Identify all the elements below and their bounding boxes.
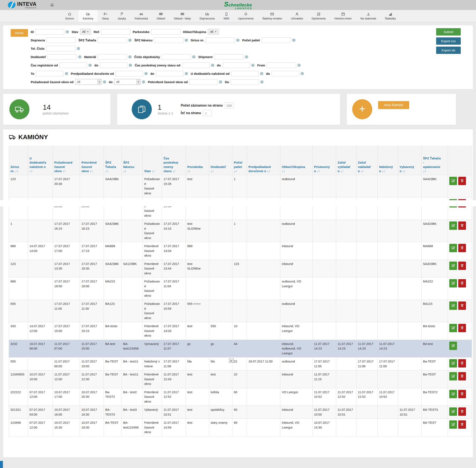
cislo-objednavky-input[interactable] — [162, 54, 191, 60]
clear-icon[interactable] — [129, 63, 132, 67]
column-header-nalozeny[interactable]: Naložený o ↓↑ — [378, 146, 398, 175]
nav-item-kamiony[interactable]: Kamióny — [78, 10, 98, 22]
column-header-poznamka[interactable]: Poznámka ↓↑ — [186, 146, 209, 175]
do-input[interactable] — [222, 62, 250, 68]
clear-icon[interactable] — [300, 72, 304, 75]
delete-button[interactable] — [458, 420, 466, 429]
edit-button[interactable] — [449, 221, 457, 230]
column-header-predpokladane[interactable]: Predpokladané doručenie o ↓↑ — [247, 146, 280, 175]
delete-button[interactable] — [458, 262, 466, 270]
pocet-paliet-input[interactable] — [262, 37, 291, 43]
nav-item-oblasti[interactable]: Oblasti — [152, 10, 169, 22]
edit-button[interactable] — [449, 262, 457, 270]
clear-icon[interactable] — [77, 47, 80, 50]
new-truck-button[interactable]: nový Kamión — [378, 101, 409, 109]
column-header-u[interactable]: U dodávateľa naložené o ↓↑ — [28, 146, 53, 175]
nav-item-jazyky[interactable]: Jazyky — [113, 10, 130, 22]
from-input[interactable] — [267, 62, 296, 68]
rec-input[interactable] — [101, 29, 130, 35]
dopravca-input[interactable] — [47, 37, 76, 43]
edit-button[interactable] — [449, 177, 457, 185]
edit-button[interactable] — [449, 420, 457, 429]
pozadovane-casove-okno-od-select[interactable]: All▼ — [75, 79, 101, 85]
column-header-vybaveny[interactable]: Vybavený o ↓↑ — [398, 146, 421, 175]
clear-icon[interactable] — [292, 38, 296, 42]
delete-button[interactable] — [458, 324, 466, 332]
delete-button[interactable] — [458, 199, 466, 207]
column-header-cas[interactable]: Čas poslednej zmeny stavu ↓↑ — [162, 146, 186, 175]
goto-page-input[interactable]: 1 — [203, 110, 212, 116]
column-header-oblast-skupina[interactable]: Oblasť/Skupina ↓↑ — [280, 146, 312, 175]
delete-button[interactable] — [458, 244, 466, 252]
export-csv-button[interactable]: Export csv — [436, 37, 461, 45]
nav-item-domov[interactable]: Domov — [61, 10, 78, 22]
per-page-input[interactable]: 200 — [225, 102, 234, 109]
clear-icon[interactable] — [66, 30, 69, 34]
sirius-nr-input[interactable] — [206, 37, 235, 43]
column-header-spz[interactable]: ŠPZ Návesu ↓↑ — [122, 146, 143, 175]
delete-button[interactable] — [458, 359, 466, 367]
column-header-spz-tahaca[interactable]: ŠPZ Ťahača - opakovanie ↓↑ — [421, 146, 448, 175]
nav-item-sablony-emailov[interactable]: Šablóny emailov — [258, 10, 286, 22]
nav-item-dopravcovia[interactable]: Dopravcovia — [195, 10, 219, 22]
edit-button[interactable] — [449, 390, 457, 398]
delete-button[interactable] — [458, 302, 466, 310]
clear-icon[interactable] — [128, 38, 132, 42]
clear-icon[interactable] — [184, 72, 188, 75]
nav-item-historia-zmien[interactable]: História zmien — [330, 10, 356, 22]
cas-poslednej-zmeny-stavu-od-input[interactable] — [182, 62, 210, 68]
do-input[interactable] — [100, 62, 127, 68]
nav-item-sms[interactable]: SMS — [219, 10, 234, 22]
clear-icon[interactable] — [236, 38, 240, 42]
do-input[interactable] — [231, 79, 259, 85]
column-header-zacal[interactable]: Začal vykladať o ↓↑ — [336, 146, 356, 175]
do-select[interactable]: All▼ — [114, 79, 140, 85]
submit-button[interactable]: Submit — [436, 28, 461, 35]
clear-icon[interactable] — [128, 55, 132, 59]
clear-icon[interactable] — [245, 55, 248, 59]
column-header-pristaveny[interactable]: Pristavený o ↓↑ — [312, 146, 336, 175]
parkovisko-input[interactable] — [151, 29, 180, 35]
clear-icon[interactable] — [103, 80, 106, 84]
predpokladane-dorucenie-od-input[interactable] — [115, 71, 143, 76]
edit-button[interactable] — [449, 342, 457, 350]
column-header-dodavatel[interactable]: Dodávateľ ↓↑ — [209, 146, 232, 175]
plus-circle-icon[interactable]: + — [352, 99, 372, 119]
oblast-skupina-dropdown[interactable]: All▼ — [208, 29, 219, 35]
clear-icon[interactable] — [297, 63, 301, 67]
delete-button[interactable] — [458, 279, 466, 288]
nav-item-upozornenia[interactable]: Upozornenia — [234, 10, 258, 22]
clear-icon[interactable] — [88, 63, 92, 67]
nav-item-oblasti-farby[interactable]: Oblasti - farby — [169, 10, 195, 22]
edit-button[interactable] — [449, 279, 457, 288]
column-header-potvrdene[interactable]: Potvrdené časové okno ↓↑ — [80, 146, 104, 175]
do-input[interactable] — [156, 71, 183, 76]
nav-item-uzivatelia[interactable]: Užívatelia — [287, 10, 307, 22]
edit-button[interactable] — [449, 359, 457, 367]
delete-button[interactable] — [458, 390, 466, 398]
column-header-sirius[interactable]: Sirius nr. ↓↑ — [9, 146, 28, 175]
edit-button[interactable] — [449, 199, 457, 207]
dodavatel-input[interactable] — [48, 54, 77, 60]
clear-icon[interactable] — [78, 55, 82, 59]
potvrdene-casove-okno-od-input[interactable] — [189, 79, 218, 85]
column-header-pocet[interactable]: Počet paliet ↓↑ — [232, 146, 247, 175]
clear-icon[interactable] — [219, 80, 222, 84]
clear-icon[interactable] — [144, 72, 148, 75]
u-dodavatela-nalozene-od-input[interactable] — [231, 71, 259, 76]
clear-icon[interactable] — [251, 63, 255, 67]
nav-item-statistiky[interactable]: Štatistiky — [381, 10, 400, 22]
nav-item-stavy[interactable]: Stavy — [98, 10, 113, 22]
edit-button[interactable] — [449, 302, 457, 310]
column-header-pozadovane[interactable]: Požadované časové okno ↓↑ — [53, 146, 80, 175]
clear-icon[interactable] — [142, 80, 145, 84]
to-input[interactable] — [36, 71, 63, 76]
nav-item-parkoviska[interactable]: Parkoviská — [130, 10, 152, 22]
delete-button[interactable] — [458, 408, 466, 416]
id-input[interactable] — [35, 29, 64, 35]
delete-button[interactable] — [458, 221, 466, 230]
stav-dropdown[interactable]: All▼ — [80, 29, 91, 35]
shipment-input[interactable] — [214, 54, 243, 60]
nav-item-opravnenia[interactable]: Oprávnenia — [307, 10, 330, 22]
bell-icon[interactable] — [50, 3, 54, 7]
